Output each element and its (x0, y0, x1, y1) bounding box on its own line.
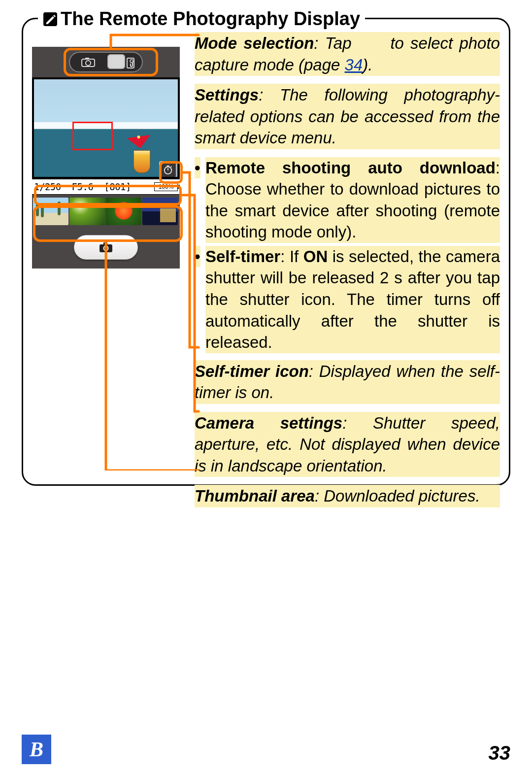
shutter-speed: 1/250 (34, 181, 61, 192)
desc-option-self-timer: Self-timer: If ON is selected, the camer… (205, 246, 500, 353)
thumbnail-area[interactable] (32, 195, 180, 228)
pencil-icon (43, 12, 58, 27)
svg-point-2 (86, 61, 91, 66)
callout-title: The Remote Photography Display (38, 8, 365, 30)
svg-rect-3 (85, 58, 89, 60)
thumbnail[interactable] (69, 198, 105, 225)
svg-point-5 (130, 60, 133, 63)
mode-selection-toggle[interactable] (69, 52, 143, 72)
phone-illustration: 1/250 F5.6 [801] 100% (32, 32, 185, 471)
thumbnail[interactable] (142, 198, 178, 225)
mode-bar (32, 47, 180, 77)
shots-remaining: [801] (104, 181, 131, 192)
thumbnail[interactable] (106, 198, 141, 225)
camera-settings-bar: 1/250 F5.6 [801] 100% (32, 179, 180, 195)
desc-settings: Settings: The following photography-rela… (195, 84, 500, 149)
desc-self-timer-icon: Self-timer icon: Displayed when the self… (195, 360, 500, 404)
callout-box: The Remote Photography Display (22, 18, 510, 486)
scene-object (131, 137, 154, 173)
desc-thumbnail-area: Thumbnail area: Downloaded pictures. (195, 485, 500, 507)
focus-area-indicator (72, 122, 113, 150)
page-number: 33 (489, 742, 511, 764)
page-link-34[interactable]: 34 (345, 56, 363, 74)
desc-mode-selection: Mode selection: Tap to select photo capt… (195, 32, 500, 76)
desc-camera-settings: Camera settings: Shutter speed, aperture… (195, 412, 500, 477)
mode-toggle-knob (107, 54, 125, 69)
description-column: Mode selection: Tap to select photo capt… (195, 32, 500, 471)
thumbnail[interactable] (33, 198, 68, 225)
shutter-button[interactable] (74, 235, 138, 260)
camera-icon (99, 241, 113, 253)
aperture-value: F5.6 (72, 181, 94, 192)
self-timer-icon[interactable] (159, 161, 177, 177)
svg-point-9 (104, 247, 108, 250)
battery-percent: 100% (159, 183, 174, 190)
battery-indicator: 100% (154, 182, 178, 191)
touch-mode-icon (124, 56, 139, 70)
desc-option-auto-download: Remote shooting auto download: Choose wh… (205, 157, 500, 243)
viewfinder (32, 77, 180, 179)
section-tab: B (22, 735, 51, 764)
callout-title-text: The Remote Photography Display (61, 8, 360, 30)
camera-mode-icon (70, 53, 106, 71)
svg-rect-10 (103, 242, 107, 245)
page-footer: B 33 (0, 735, 532, 764)
